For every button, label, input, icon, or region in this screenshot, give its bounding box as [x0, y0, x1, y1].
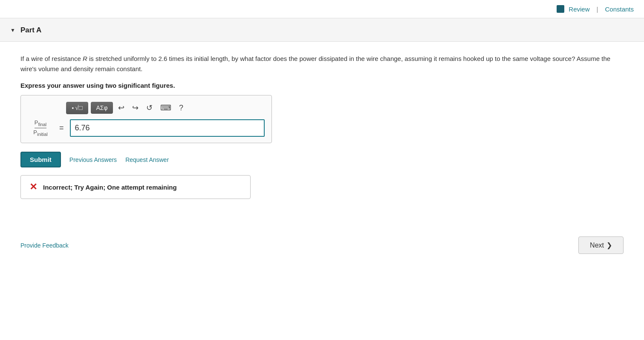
help-button[interactable]: ? — [176, 102, 186, 114]
express-label: Express your answer using two significan… — [20, 82, 624, 89]
sqrt-icon: √□ — [75, 104, 82, 112]
answer-input[interactable] — [70, 119, 265, 137]
review-icon — [557, 5, 564, 13]
request-answer-link[interactable]: Request Answer — [125, 156, 169, 163]
question-text-part2: is stretched uniformly to 2.6 times its … — [20, 55, 610, 72]
review-link[interactable]: Review — [569, 6, 589, 13]
answer-box: ▪ √□ ΑΣφ ↩ ↪ ↺ ⌨ ? Pfinal Pinitial = — [20, 95, 272, 143]
bottom-bar: Provide Feedback Next ❯ — [0, 229, 644, 262]
question-text-part1: If a wire of resistance — [20, 55, 83, 62]
input-row: Pfinal Pinitial = — [28, 119, 265, 137]
part-title: Part A — [20, 26, 41, 35]
provide-feedback-link[interactable]: Provide Feedback — [20, 242, 69, 249]
top-bar: Review | Constants — [0, 0, 644, 18]
redo-button[interactable]: ↪ — [130, 101, 141, 114]
fraction-label: Pfinal Pinitial — [28, 119, 53, 136]
fraction-numerator: Pfinal — [35, 119, 47, 128]
equals-sign: = — [59, 124, 64, 133]
fraction-sub-numerator: final — [38, 122, 46, 127]
next-button[interactable]: Next ❯ — [578, 236, 624, 254]
incorrect-icon: ✕ — [29, 182, 37, 192]
main-content: If a wire of resistance R is stretched u… — [0, 42, 644, 220]
collapse-chevron[interactable]: ▼ — [10, 27, 15, 33]
action-row: Submit Previous Answers Request Answer — [20, 152, 624, 167]
feedback-box: ✕ Incorrect; Try Again; One attempt rema… — [20, 175, 251, 199]
submit-button[interactable]: Submit — [20, 152, 61, 167]
feedback-text: Incorrect; Try Again; One attempt remain… — [43, 184, 177, 191]
greek-button[interactable]: ΑΣφ — [91, 102, 113, 114]
previous-answers-link[interactable]: Previous Answers — [69, 156, 117, 163]
next-label: Next — [590, 242, 604, 249]
math-template-button[interactable]: ▪ √□ — [66, 102, 88, 114]
question-text: If a wire of resistance R is stretched u… — [20, 54, 624, 74]
fraction-denominator: Pinitial — [33, 128, 47, 137]
next-arrow-icon: ❯ — [606, 241, 612, 249]
part-header: ▼ Part A — [0, 18, 644, 42]
separator: | — [597, 6, 598, 13]
math-toolbar: ▪ √□ ΑΣφ ↩ ↪ ↺ ⌨ ? — [66, 101, 265, 114]
fraction-sub-denominator: initial — [37, 132, 48, 137]
matrix-icon: ▪ — [72, 105, 74, 111]
undo-button[interactable]: ↩ — [116, 101, 127, 114]
constants-link[interactable]: Constants — [605, 6, 634, 13]
resistance-variable: R — [83, 55, 87, 62]
keyboard-button[interactable]: ⌨ — [158, 101, 174, 114]
reset-button[interactable]: ↺ — [144, 101, 155, 114]
